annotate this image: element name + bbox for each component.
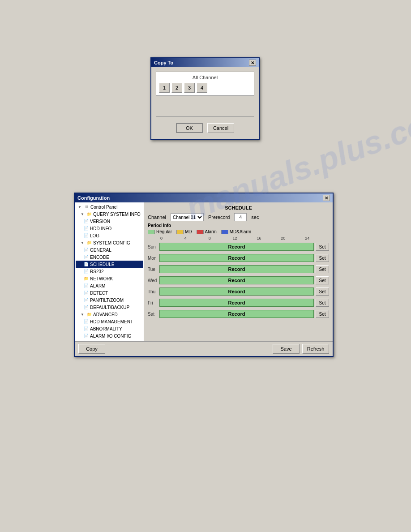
config-footer: Copy Save Refresh bbox=[75, 341, 333, 356]
day-label-wed: Wed bbox=[148, 278, 159, 283]
sidebar-item-network[interactable]: 📁 NETWORK bbox=[76, 275, 143, 282]
refresh-button[interactable]: Refresh bbox=[302, 344, 329, 354]
tick-12: 12 bbox=[233, 236, 257, 240]
sidebar-item-log[interactable]: 📄 LOG bbox=[76, 232, 143, 239]
sidebar-item-record[interactable]: 📄 Record bbox=[76, 339, 143, 341]
file-icon-detect: 📄 bbox=[83, 290, 89, 296]
sidebar-label-alarm: ALARM bbox=[90, 283, 105, 288]
set-btn-thu[interactable]: Set bbox=[316, 287, 329, 296]
day-label-sun: Sun bbox=[148, 245, 159, 249]
legend-color-md bbox=[176, 230, 184, 234]
expand-icon-4: ▼ bbox=[79, 311, 86, 317]
sidebar-item-schedule[interactable]: 📄 SCHEDULE bbox=[76, 261, 143, 268]
file-icon-general: 📄 bbox=[83, 247, 89, 253]
schedule-row-tue: Tue Record Set bbox=[148, 264, 329, 274]
channel-btn-1[interactable]: 1 bbox=[159, 83, 170, 93]
schedule-top-bar: Channel Channel 01 Channel 02 Channel 03… bbox=[148, 213, 329, 221]
set-btn-sun[interactable]: Set bbox=[316, 243, 329, 251]
prerecord-input[interactable] bbox=[234, 213, 247, 221]
day-label-sat: Sat bbox=[148, 312, 159, 317]
schedule-row-thu: Thu Record Set bbox=[148, 287, 329, 296]
copy-to-close-button[interactable]: ✕ bbox=[249, 60, 256, 66]
config-close-button[interactable]: ✕ bbox=[323, 195, 330, 201]
monitor-icon: 🖥 bbox=[83, 204, 90, 210]
sidebar-label-rs232: RS232 bbox=[90, 269, 104, 274]
schedule-bar-sat[interactable]: Record bbox=[159, 310, 314, 318]
tick-8: 8 bbox=[209, 236, 233, 240]
sidebar-item-query-system-info[interactable]: ▼ 📁 QUERY SYSTEM INFO bbox=[76, 210, 143, 218]
sidebar-item-alarm-io[interactable]: 📄 ALARM I/O CONFIG bbox=[76, 332, 143, 339]
sidebar-label-encode: ENCODE bbox=[90, 255, 109, 260]
schedule-bar-thu[interactable]: Record bbox=[159, 287, 314, 296]
footer-right-buttons: Save Refresh bbox=[273, 344, 329, 354]
sidebar-item-general[interactable]: 📄 GENERAL bbox=[76, 246, 143, 253]
day-label-fri: Fri bbox=[148, 300, 159, 305]
set-btn-sat[interactable]: Set bbox=[316, 310, 329, 318]
sidebar-item-alarm[interactable]: 📄 ALARM bbox=[76, 282, 143, 289]
file-icon-version: 📄 bbox=[83, 218, 89, 224]
copy-button[interactable]: Copy bbox=[78, 344, 105, 354]
legend-label-alarm: Alarm bbox=[205, 229, 217, 234]
folder-icon-network: 📁 bbox=[83, 275, 89, 282]
file-icon-rs232: 📄 bbox=[83, 268, 89, 275]
file-icon-default-backup: 📄 bbox=[83, 304, 89, 310]
schedule-bar-sun[interactable]: Record bbox=[159, 243, 314, 251]
schedule-bar-fri[interactable]: Record bbox=[159, 299, 314, 307]
sidebar-item-advanced[interactable]: ▼ 📁 ADVANCED bbox=[76, 311, 143, 318]
set-btn-mon[interactable]: Set bbox=[316, 254, 329, 262]
sidebar-item-control-panel[interactable]: ▼ 🖥 Control Panel bbox=[76, 203, 143, 210]
channel-btn-4[interactable]: 4 bbox=[197, 83, 207, 93]
schedule-bar-text-thu: Record bbox=[228, 289, 245, 294]
folder-icon-advanced: 📁 bbox=[86, 311, 92, 317]
schedule-bar-wed[interactable]: Record bbox=[159, 276, 314, 284]
schedule-bar-mon[interactable]: Record bbox=[159, 254, 314, 262]
sidebar-item-hdd-mgmt[interactable]: 📄 HDD MANAGEMENT bbox=[76, 318, 143, 325]
legend-color-alarm bbox=[197, 230, 204, 234]
all-channel-box: All Channel 1 2 3 4 bbox=[156, 72, 254, 96]
schedule-bar-text-tue: Record bbox=[228, 266, 245, 272]
sidebar-item-abnormality[interactable]: 📄 ABNORMALITY bbox=[76, 325, 143, 332]
sidebar-item-rs232[interactable]: 📄 RS232 bbox=[76, 268, 143, 275]
config-main-panel: SCHEDULE Channel Channel 01 Channel 02 C… bbox=[144, 202, 333, 341]
ok-button[interactable]: OK bbox=[176, 123, 203, 133]
channel-select[interactable]: Channel 01 Channel 02 Channel 03 Channel… bbox=[171, 213, 204, 221]
config-title: Configuration bbox=[77, 195, 110, 201]
set-btn-tue[interactable]: Set bbox=[316, 265, 329, 273]
cancel-button[interactable]: Cancel bbox=[207, 123, 234, 133]
set-btn-fri[interactable]: Set bbox=[316, 299, 329, 307]
sidebar-item-hdd-info[interactable]: 📄 HDD INFO bbox=[76, 225, 143, 232]
prerecord-unit: sec bbox=[251, 215, 259, 220]
sidebar-label-version: VERSION bbox=[90, 219, 110, 224]
channel-btn-2[interactable]: 2 bbox=[171, 83, 182, 93]
sidebar-item-encode[interactable]: 📄 ENCODE bbox=[76, 253, 143, 261]
config-sidebar: ▼ 🖥 Control Panel ▼ 📁 QUERY SYSTEM INFO … bbox=[75, 202, 144, 341]
file-icon-log: 📄 bbox=[83, 232, 89, 239]
day-label-mon: Mon bbox=[148, 256, 159, 261]
sidebar-item-default-backup[interactable]: 📄 DEFAULT/BACKUP bbox=[76, 304, 143, 311]
dialog-actions: OK Cancel bbox=[156, 120, 254, 135]
schedule-bar-tue[interactable]: Record bbox=[159, 265, 314, 273]
tick-16: 16 bbox=[257, 236, 281, 240]
sidebar-item-detect[interactable]: 📄 DETECT bbox=[76, 289, 143, 296]
time-ruler: 0 4 8 12 16 20 24 bbox=[148, 236, 329, 240]
sidebar-label-query: QUERY SYSTEM INFO bbox=[93, 212, 141, 217]
sidebar-label-default-backup: DEFAULT/BACKUP bbox=[90, 305, 129, 310]
tick-4: 4 bbox=[184, 236, 209, 240]
channel-buttons-row: 1 2 3 4 bbox=[159, 83, 251, 93]
set-btn-wed[interactable]: Set bbox=[316, 276, 329, 284]
file-icon-encode: 📄 bbox=[83, 254, 89, 260]
save-button[interactable]: Save bbox=[273, 344, 300, 354]
prerecord-label: Prerecord bbox=[208, 215, 230, 220]
copy-to-titlebar: Copy To ✕ bbox=[151, 58, 259, 67]
schedule-row-mon: Mon Record Set bbox=[148, 253, 329, 263]
legend-color-mdalarm bbox=[221, 230, 228, 234]
sidebar-item-version[interactable]: 📄 VERSION bbox=[76, 218, 143, 225]
period-info-label: Period Info bbox=[148, 223, 329, 228]
legend-label-mdalarm: MD&Alarm bbox=[230, 229, 251, 234]
file-icon-pan-tilt: 📄 bbox=[83, 297, 89, 303]
legend-label-regular: Regular bbox=[156, 229, 172, 234]
sidebar-label-detect: DETECT bbox=[90, 291, 108, 296]
sidebar-item-system-config[interactable]: ▼ 📁 SYSTEM CONFIG bbox=[76, 239, 143, 246]
channel-btn-3[interactable]: 3 bbox=[184, 83, 195, 93]
sidebar-item-pan-tilt[interactable]: 📄 PAN/TILT/ZOOM bbox=[76, 296, 143, 304]
